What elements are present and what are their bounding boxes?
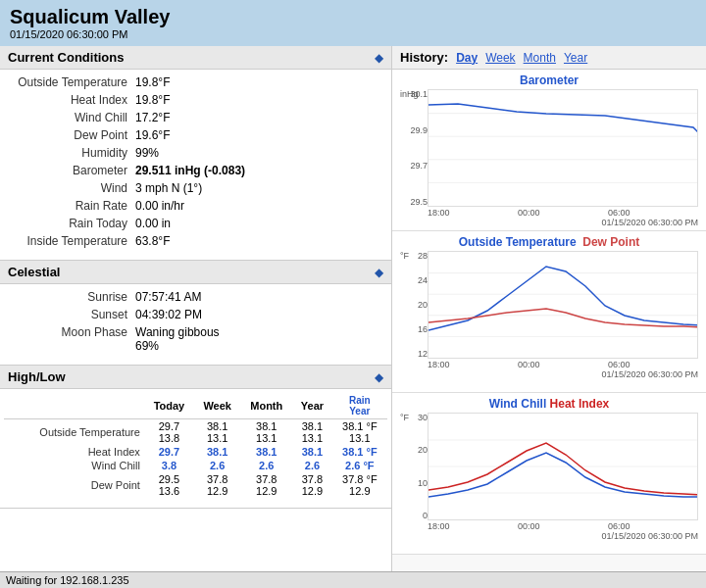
tab-year[interactable]: Year	[564, 51, 587, 65]
barometer-chart-title: Barometer	[396, 74, 702, 87]
hl-today-dewpoint: 29.513.6	[144, 472, 194, 498]
status-text: Waiting for 192.168.1.235	[6, 574, 129, 586]
baro-date-label: 01/15/2020 06:30:00 PM	[396, 218, 702, 227]
highlow-header: High/Low ◆	[0, 366, 391, 389]
wc-x-1800: 18:00	[428, 521, 450, 531]
baro-x-0600: 06:00	[608, 208, 630, 218]
hl-month-windchill: 2.6	[240, 459, 292, 472]
baro-y-29.9: 29.9	[400, 125, 428, 135]
hl-month-heatindex: 38.1	[240, 445, 292, 459]
hl-col-week: Week	[194, 393, 240, 419]
page-title: Squalicum Valley	[10, 6, 696, 28]
hl-rainyear-outside: 38.1 °F13.1	[332, 419, 387, 446]
temp-x-1800: 18:00	[428, 360, 450, 369]
value-dew-point: 19.6°F	[135, 128, 170, 142]
celestial-table: Sunrise 07:57:41 AM Sunset 04:39:02 PM M…	[0, 284, 391, 359]
value-rain-today: 0.00 in	[135, 217, 171, 230]
hl-week-outside: 38.113.1	[194, 419, 240, 446]
status-bar: Waiting for 192.168.1.235	[0, 571, 706, 588]
data-row: Heat Index 19.8°F	[8, 91, 383, 109]
label-heat-index: Heat Index	[8, 93, 135, 107]
baro-x-0000: 00:00	[518, 208, 540, 218]
wc-y-30: 30	[400, 413, 428, 422]
hl-col-empty	[4, 393, 144, 419]
label-sunset: Sunset	[8, 308, 135, 321]
temp-x-0000: 00:00	[518, 360, 540, 369]
value-wind-chill: 17.2°F	[135, 111, 170, 124]
wc-x-0600: 06:00	[608, 521, 630, 531]
value-humidity: 99%	[135, 146, 159, 160]
temp-y-16: 16	[400, 324, 428, 334]
hl-today-windchill: 3.8	[144, 459, 194, 472]
tab-month[interactable]: Month	[524, 51, 556, 65]
hl-label-wind-chill: Wind Chill	[4, 459, 144, 472]
data-row: Sunset 04:39:02 PM	[8, 306, 383, 323]
hl-rainyear-windchill: 2.6 °F	[332, 459, 387, 472]
label-inside-temp: Inside Temperature	[8, 234, 135, 248]
baro-y-29.5: 29.5	[400, 197, 428, 207]
value-outside-temp: 19.8°F	[135, 75, 170, 89]
current-conditions-header: Current Conditions ◆	[0, 46, 391, 70]
data-row: Rain Today 0.00 in	[8, 215, 383, 232]
history-header: History: Day Week Month Year	[392, 46, 706, 70]
celestial-section: Celestial ◆ Sunrise 07:57:41 AM Sunset 0…	[0, 261, 391, 366]
temp-date-label: 01/15/2020 06:30:00 PM	[396, 369, 702, 379]
wc-svg	[428, 413, 698, 520]
hl-rainyear-dewpoint: 37.8 °F12.9	[332, 472, 387, 498]
header-datetime: 01/15/2020 06:30:00 PM	[10, 28, 696, 40]
data-row: Dew Point 19.6°F	[8, 126, 383, 144]
temp-y-24: 24	[400, 275, 428, 285]
hl-col-year: Year	[292, 393, 331, 419]
label-wind: Wind	[8, 181, 135, 195]
hl-year-heatindex: 38.1	[292, 445, 331, 459]
table-row: Dew Point 29.513.6 37.812.9 37.812.9 37.…	[4, 472, 387, 498]
value-heat-index: 19.8°F	[135, 93, 170, 107]
label-rain-rate: Rain Rate	[8, 199, 135, 213]
windchill-heatindex-chart-title: Wind Chill Heat Index	[396, 397, 702, 411]
wc-y-10: 10	[400, 478, 428, 488]
hl-week-windchill: 2.6	[194, 459, 240, 472]
hl-year-outside: 38.113.1	[292, 419, 331, 446]
hl-label-heat-index: Heat Index	[4, 445, 144, 459]
celestial-icon: ◆	[375, 266, 383, 279]
baro-y-30.1: 30.1	[400, 89, 428, 99]
table-row: Heat Index 29.7 38.1 38.1 38.1 38.1 °F	[4, 445, 387, 459]
current-conditions-section: Current Conditions ◆ Outside Temperature…	[0, 46, 391, 261]
barometer-svg	[428, 89, 698, 207]
value-wind: 3 mph N (1°)	[135, 181, 202, 195]
current-conditions-icon: ◆	[375, 51, 383, 65]
highlow-table: Today Week Month Year RainYear Outside T…	[4, 393, 387, 498]
data-row: Outside Temperature 19.8°F	[8, 74, 383, 91]
left-panel: Current Conditions ◆ Outside Temperature…	[0, 46, 392, 581]
data-row: Wind 3 mph N (1°)	[8, 179, 383, 197]
hl-col-month: Month	[240, 393, 292, 419]
wc-x-0000: 00:00	[518, 521, 540, 531]
right-panel: History: Day Week Month Year Barometer i…	[392, 46, 706, 581]
value-inside-temp: 63.8°F	[135, 234, 170, 248]
wc-date-label: 01/15/2020 06:30:00 PM	[396, 531, 702, 541]
windchill-heatindex-chart: Wind Chill Heat Index °F 30	[392, 393, 706, 555]
data-row: Moon Phase Waning gibbous69%	[8, 323, 383, 355]
history-label: History:	[400, 50, 448, 65]
current-conditions-title: Current Conditions	[8, 50, 124, 65]
tab-week[interactable]: Week	[485, 51, 515, 65]
hl-today-heatindex: 29.7	[144, 445, 194, 459]
highlow-icon: ◆	[375, 370, 383, 384]
hl-year-windchill: 2.6	[292, 459, 331, 472]
hl-col-today: Today	[144, 393, 194, 419]
label-dew-point: Dew Point	[8, 128, 135, 142]
temp-dewpoint-chart-title: Outside Temperature Dew Point	[396, 235, 702, 249]
temp-y-20: 20	[400, 300, 428, 310]
main-content: Current Conditions ◆ Outside Temperature…	[0, 46, 706, 581]
label-sunrise: Sunrise	[8, 290, 135, 304]
label-moon-phase: Moon Phase	[8, 325, 135, 353]
celestial-header: Celestial ◆	[0, 261, 391, 284]
tab-day[interactable]: Day	[456, 51, 478, 65]
temp-dewpoint-chart: Outside Temperature Dew Point °F	[392, 231, 706, 393]
data-row: Wind Chill 17.2°F	[8, 109, 383, 126]
value-moon-phase: Waning gibbous69%	[135, 325, 220, 353]
hl-week-dewpoint: 37.812.9	[194, 472, 240, 498]
hl-year-dewpoint: 37.812.9	[292, 472, 331, 498]
data-row: Humidity 99%	[8, 144, 383, 162]
baro-y-29.7: 29.7	[400, 161, 428, 171]
